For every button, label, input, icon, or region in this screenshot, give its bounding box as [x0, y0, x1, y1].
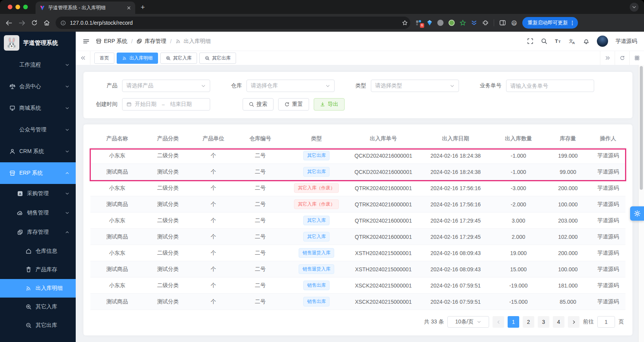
sidebar-item-warehouse-info[interactable]: 仓库信息 [0, 242, 76, 260]
language-icon[interactable]: 文A [569, 38, 576, 45]
date-range-picker[interactable]: 开始日期 – 结束日期 [122, 98, 210, 111]
breadcrumb-item[interactable]: 出入库明细 [175, 38, 211, 45]
browser-tab[interactable]: 芋道管理系统 - 出入库明细 [36, 2, 135, 14]
refresh-page-icon[interactable] [615, 51, 629, 65]
table-row[interactable]: 测试商品测试分类个二号其它入库QTRK202402160000012024-02… [90, 229, 625, 245]
svg-text:T: T [559, 40, 561, 44]
sidebar-item-sales[interactable]: 销售管理 [0, 203, 76, 223]
settings-gear-button[interactable] [630, 206, 644, 221]
search-button[interactable]: 搜索 [243, 98, 274, 111]
sidebar-item-erp-system[interactable]: ERP 系统 [0, 162, 76, 184]
signal-icon [175, 38, 181, 44]
page-scrollbar[interactable] [638, 65, 644, 342]
sidebar-item-stock[interactable]: 库存管理 [0, 223, 76, 242]
page-button-2[interactable]: 2 [523, 316, 534, 328]
tab-other-in[interactable]: 其它入库 [160, 53, 197, 64]
scrollbar-thumb[interactable] [640, 66, 643, 190]
sidebar-item-other-in[interactable]: 其它入库 [0, 298, 76, 316]
page-button-4[interactable]: 4 [553, 316, 564, 328]
app-logo-row[interactable]: 🐰 芋道管理系统 [0, 32, 76, 54]
reset-button[interactable]: 重置 [278, 98, 309, 111]
font-size-icon[interactable]: TT [555, 38, 561, 44]
tags-scroll-left-icon[interactable] [76, 51, 90, 65]
prev-page-button[interactable] [493, 316, 504, 328]
extension-badge: 6 [420, 23, 424, 28]
breadcrumb-item[interactable]: 库存管理 [136, 38, 166, 45]
tab-other-out[interactable]: 其它出库 [199, 53, 236, 64]
sidebar-item-member-center[interactable]: 会员中心 [0, 76, 76, 97]
table-row[interactable]: 小东东二级分类个二号销售退货入库XSTH202402150000012024-0… [90, 245, 625, 261]
type-select[interactable]: 请选择类型 [371, 80, 459, 92]
bizno-input[interactable] [510, 83, 590, 89]
goto-page-input[interactable] [597, 316, 615, 328]
bookmark-star-icon[interactable] [402, 20, 408, 26]
notification-bell-icon[interactable] [583, 38, 590, 44]
adblock-extension-icon[interactable]: 6 [416, 20, 422, 26]
side-panel-icon[interactable] [499, 19, 506, 26]
table-row[interactable]: 测试商品测试分类个二号其它入库（作废）QTRK20240216000001202… [90, 196, 625, 213]
tags-scroll-right-icon[interactable] [600, 51, 615, 65]
collapse-sidebar-icon[interactable] [83, 38, 90, 45]
home-icon[interactable] [43, 19, 50, 26]
site-info-icon[interactable] [60, 20, 66, 26]
type-badge: 销售出库 [303, 297, 330, 306]
close-window-button[interactable] [8, 5, 12, 9]
table-row[interactable]: 测试商品测试分类个二号销售退货入库XSTH202402150000012024-… [90, 261, 625, 277]
shop-icon [96, 38, 102, 44]
user-avatar[interactable] [597, 36, 608, 47]
chevrons-extension-icon[interactable] [471, 20, 477, 26]
page-size-select[interactable]: 10条/页 [447, 316, 489, 328]
sidebar-item-stock-record[interactable]: 出入库明细 [0, 279, 76, 298]
gray-extension-icon[interactable] [437, 20, 443, 26]
sidebar-item-mall-system[interactable]: 商城系统 [0, 97, 76, 119]
gem-extension-icon[interactable] [427, 20, 432, 26]
next-page-button[interactable] [568, 316, 579, 328]
tab-list-chevron-icon[interactable] [630, 3, 639, 12]
breadcrumb-item[interactable]: ERP 系统 [96, 38, 127, 45]
reload-icon[interactable] [31, 19, 38, 26]
extensions-puzzle-icon[interactable] [482, 20, 489, 26]
back-icon[interactable] [5, 19, 13, 27]
chrome-menu-icon[interactable] [569, 20, 575, 26]
download-icon [320, 102, 325, 107]
sidebar-item-product-stock[interactable]: 产品库存 [0, 260, 76, 279]
svg-text:A: A [573, 41, 575, 45]
address-bar[interactable]: 127.0.0.1/erp/stock/record [56, 17, 410, 29]
chevron-down-icon [65, 63, 70, 67]
table-row[interactable]: 测试商品测试分类个二号其它出库QCKD202402160000012024-02… [90, 164, 625, 180]
profile-avatar-icon[interactable]: 😄 [511, 20, 517, 26]
sidebar-item-mp-admin[interactable]: 公众号管理 [0, 119, 76, 141]
search-icon[interactable] [541, 38, 547, 44]
tab-stock-record[interactable]: 出入库明细 [117, 53, 158, 64]
chrome-update-button[interactable]: 重新启动即可更新 [522, 17, 578, 29]
maximize-window-button[interactable] [23, 5, 28, 9]
sidebar-item-workflow[interactable]: 工作流程 [0, 54, 76, 76]
table-row[interactable]: 小东东二级分类个二号其它入库QTRK202402160000012024-02-… [90, 213, 625, 229]
export-button[interactable]: 导出 [314, 98, 345, 111]
fullscreen-icon[interactable] [527, 38, 534, 44]
page-button-3[interactable]: 3 [538, 316, 549, 328]
product-select[interactable]: 请选择产品 [122, 80, 210, 92]
records-table: 产品名称产品分类产品单位仓库编号类型出入库单号出入库日期出入库数量库存量操作人 … [90, 130, 625, 310]
green-extension-icon[interactable] [449, 20, 455, 26]
minimize-window-button[interactable] [15, 5, 20, 9]
table-row[interactable]: 小东东二级分类个二号其它出库QCKD202402160000012024-02-… [90, 148, 625, 164]
tab-close-icon[interactable] [126, 5, 131, 10]
new-tab-button[interactable]: + [141, 3, 145, 12]
star-extension-icon[interactable] [460, 20, 466, 26]
sidebar-item-purchase[interactable]: A采购管理 [0, 184, 76, 203]
user-name[interactable]: 芋道源码 [615, 38, 637, 45]
table-row[interactable]: 小东东二级分类个二号销售出库XSCK202402150000012024-02-… [90, 277, 625, 294]
table-row[interactable]: 测试商品测试分类个二号销售出库XSCK202402150000012024-02… [90, 294, 625, 310]
page-button-1[interactable]: 1 [508, 316, 519, 328]
warehouse-select[interactable]: 请选择仓库 [246, 80, 335, 92]
filter-create-time: 创建时间 开始日期 – 结束日期 [90, 98, 210, 111]
tab-home[interactable]: 首页 [94, 53, 114, 64]
layout-grid-icon[interactable] [629, 51, 644, 65]
sidebar-item-other-out[interactable]: 其它出库 [0, 316, 76, 335]
sidebar-item-crm-system[interactable]: CRM 系统 [0, 141, 76, 162]
forward-icon[interactable] [18, 19, 25, 27]
filter-type: 类型 请选择类型 [355, 80, 459, 92]
type-badge: 其它出库 [303, 151, 330, 160]
table-row[interactable]: 小东东二级分类个二号其它入库（作废）QTRK202402160000012024… [90, 180, 625, 196]
